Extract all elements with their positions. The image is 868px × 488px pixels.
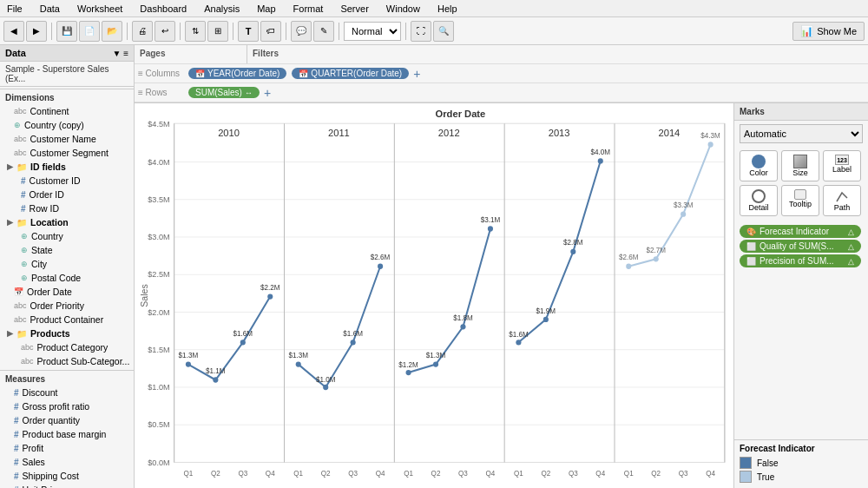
svg-point-54: [296, 361, 301, 366]
svg-text:Q1: Q1: [624, 470, 634, 478]
menu-format[interactable]: Format: [290, 2, 327, 16]
legend-true-label: True: [757, 472, 774, 482]
pages-label: Pages: [140, 49, 241, 58]
color-label: Color: [749, 168, 768, 177]
svg-text:$2.0M: $2.0M: [148, 307, 169, 316]
left-panel: Data ▼ ≡ Sample - Superstore Sales (Ex..…: [0, 45, 135, 488]
pill-year-order-date[interactable]: 📅 YEAR(Order Date): [188, 68, 286, 79]
add-column-button[interactable]: +: [413, 67, 420, 81]
new-button[interactable]: 📄: [79, 21, 100, 42]
meas-sales[interactable]: #Sales: [0, 455, 134, 469]
tooltip-btn[interactable]: 💬: [291, 21, 312, 42]
group-button[interactable]: ⊞: [207, 21, 228, 42]
back-button[interactable]: ◀: [3, 21, 24, 42]
data-panel-controls[interactable]: ▼ ≡: [112, 49, 128, 58]
size-label: Size: [792, 168, 808, 177]
svg-point-56: [351, 340, 356, 345]
detail-label: Detail: [748, 203, 768, 212]
marks-path-btn[interactable]: Path: [823, 185, 861, 216]
menu-data[interactable]: Data: [36, 2, 63, 16]
marks-item-precision[interactable]: ⬜ Precision of SUM... △: [740, 254, 861, 267]
marks-tooltip-btn[interactable]: Tooltip: [781, 185, 819, 216]
menu-worksheet[interactable]: Worksheet: [74, 2, 126, 16]
svg-text:Q4: Q4: [595, 470, 605, 478]
dim-customer-id[interactable]: # Customer ID: [0, 174, 134, 188]
dim-state[interactable]: ⊕ State: [0, 243, 134, 257]
svg-point-58: [406, 370, 411, 375]
svg-text:$1.6M: $1.6M: [233, 330, 253, 338]
open-button[interactable]: 📂: [102, 21, 122, 42]
meas-gross-profit[interactable]: #Gross profit ratio: [0, 399, 134, 413]
text-button[interactable]: T: [238, 21, 259, 42]
menu-dashboard[interactable]: Dashboard: [136, 2, 190, 16]
dim-folder-products[interactable]: ▶ 📁 Products: [0, 326, 134, 340]
pill-quarter-order-date[interactable]: 📅 QUARTER(Order Date): [292, 68, 409, 79]
dim-product-category[interactable]: abc Product Category: [0, 340, 134, 354]
show-me-button[interactable]: 📊 Show Me: [792, 22, 865, 41]
marks-color-btn[interactable]: Color: [740, 150, 778, 181]
svg-text:$1.3M: $1.3M: [179, 352, 199, 359]
meas-discount[interactable]: #Discount: [0, 386, 134, 399]
marks-label-btn[interactable]: 123 Label: [823, 150, 861, 181]
zoom-button[interactable]: 🔍: [433, 21, 454, 42]
menu-file[interactable]: File: [3, 2, 26, 16]
marks-item-quality[interactable]: ⬜ Quality of SUM(S... △: [740, 240, 861, 253]
dim-postal-code[interactable]: ⊕ Postal Code: [0, 271, 134, 285]
print-button[interactable]: 🖨: [132, 21, 153, 42]
meas-shipping-cost[interactable]: #Shipping Cost: [0, 469, 134, 483]
menu-window[interactable]: Window: [383, 2, 424, 16]
fit-button[interactable]: ⛶: [411, 21, 431, 42]
menu-analysis[interactable]: Analysis: [201, 2, 243, 16]
meas-product-margin[interactable]: #Product base margin: [0, 427, 134, 441]
highlight-btn[interactable]: ✎: [313, 21, 334, 42]
toolbar: ◀ ▶ 💾 📄 📂 🖨 ↩ ⇅ ⊞ T 🏷 💬 ✎ Normal ⛶ 🔍 📊 S…: [0, 17, 868, 45]
rows-label: ≡ Rows: [138, 88, 186, 97]
svg-text:$1.3M: $1.3M: [288, 352, 308, 359]
dim-order-priority[interactable]: abc Order Priority: [0, 299, 134, 313]
forward-button[interactable]: ▶: [26, 21, 47, 42]
svg-text:Q2: Q2: [321, 470, 331, 478]
svg-text:2011: 2011: [328, 128, 350, 138]
sort-button[interactable]: ⇅: [185, 21, 206, 42]
columns-label: ≡ Columns: [138, 69, 186, 78]
dim-row-id[interactable]: # Row ID: [0, 201, 134, 215]
dim-folder-id[interactable]: ▶ 📁 ID fields: [0, 160, 134, 174]
svg-point-61: [488, 226, 493, 231]
marks-type-select[interactable]: Automatic: [740, 124, 863, 143]
marks-size-btn[interactable]: Size: [781, 150, 819, 181]
dim-customer-segment[interactable]: abc Customer Segment: [0, 146, 134, 160]
dim-customer-name[interactable]: abc Customer Name: [0, 132, 134, 146]
pill-sum-sales[interactable]: SUM(Sales) ↔: [188, 87, 260, 98]
menu-server[interactable]: Server: [337, 2, 372, 16]
dim-country[interactable]: ⊕ Country: [0, 229, 134, 243]
add-row-button[interactable]: +: [264, 86, 271, 100]
svg-text:$1.8M: $1.8M: [453, 314, 473, 322]
save-button[interactable]: 💾: [56, 21, 77, 42]
svg-point-59: [433, 361, 438, 366]
svg-text:$2.6M: $2.6M: [371, 254, 391, 261]
dim-product-subcategory[interactable]: abc Product Sub-Categor... ▼: [0, 354, 134, 368]
data-source-item[interactable]: Sample - Superstore Sales (Ex...: [0, 62, 134, 87]
meas-unit-price[interactable]: #Unit Price: [0, 483, 134, 488]
dim-city[interactable]: ⊕ City: [0, 257, 134, 271]
dim-folder-location[interactable]: ▶ 📁 Location: [0, 215, 134, 229]
main-layout: Data ▼ ≡ Sample - Superstore Sales (Ex..…: [0, 45, 868, 488]
meas-order-qty[interactable]: #Order quantity: [0, 413, 134, 427]
label-button[interactable]: 🏷: [260, 21, 281, 42]
menu-map[interactable]: Map: [253, 2, 279, 16]
view-select[interactable]: Normal: [344, 22, 401, 41]
menu-help[interactable]: Help: [434, 2, 461, 16]
dim-product-container[interactable]: abc Product Container: [0, 313, 134, 326]
pages-panel: Pages: [135, 45, 247, 63]
marks-detail-btn[interactable]: Detail: [740, 185, 778, 216]
marks-item-forecast-indicator[interactable]: 🎨 Forecast Indicator △: [740, 225, 861, 238]
dim-order-id[interactable]: # Order ID: [0, 188, 134, 201]
dim-country-copy[interactable]: ⊕ Country (copy): [0, 118, 134, 132]
meas-profit[interactable]: #Profit: [0, 441, 134, 455]
dim-continent[interactable]: abc Continent: [0, 104, 134, 118]
svg-text:2014: 2014: [659, 128, 681, 138]
dim-order-date[interactable]: 📅 Order Date: [0, 285, 134, 299]
svg-text:$1.6M: $1.6M: [509, 331, 529, 339]
menu-bar: File Data Worksheet Dashboard Analysis M…: [0, 0, 868, 17]
undo-button[interactable]: ↩: [155, 21, 175, 42]
